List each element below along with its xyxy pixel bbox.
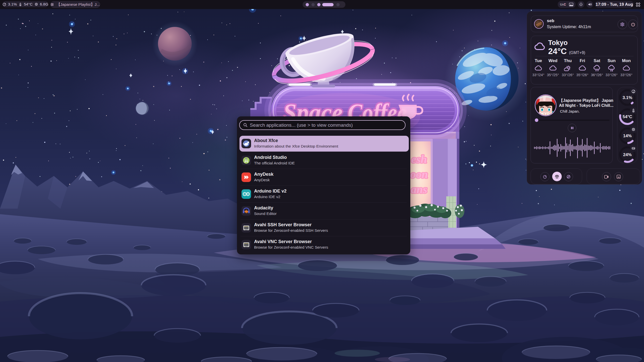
svg-text:esh: esh	[411, 153, 427, 165]
svg-text:ans: ans	[411, 183, 427, 196]
svg-text:oon: oon	[410, 168, 428, 180]
